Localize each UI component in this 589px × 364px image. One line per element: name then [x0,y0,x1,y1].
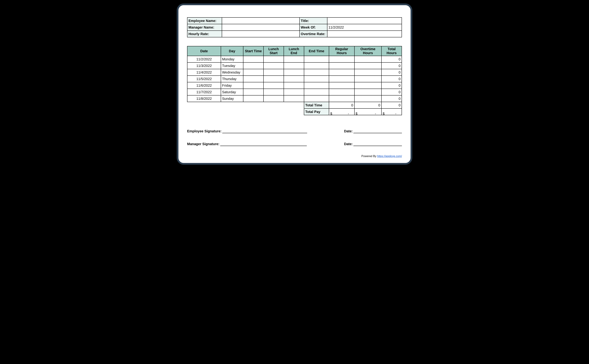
cell-lunch-start[interactable] [263,62,284,69]
col-lunch-end: Lunch End [284,46,304,56]
header-row: Date Day Start Time Lunch Start Lunch En… [187,46,402,56]
cell-reg[interactable] [329,95,354,102]
total-pay-ot: $ - [355,109,382,115]
footer: Powered By https://apploye.com/ [187,155,402,158]
apploye-link[interactable]: https://apploye.com/ [377,155,402,158]
week-of-label: Week Of: [300,24,327,31]
week-of-value[interactable]: 11/2/2022 [327,24,402,31]
cell-date: 11/7/2022 [187,89,221,95]
cell-total: 0 [382,89,402,95]
total-pay-label: Total Pay [304,109,329,115]
cell-ot[interactable] [355,56,382,62]
cell-lunch-end[interactable] [284,95,304,102]
cell-day: Thursday [221,76,243,82]
cell-end[interactable] [304,62,329,69]
cell-total: 0 [382,56,402,62]
cell-lunch-start[interactable] [263,82,284,89]
cell-end[interactable] [304,95,329,102]
manager-date-line[interactable] [353,142,402,146]
cell-end[interactable] [304,69,329,76]
info-table: Employee Name: Title: Manager Name: Week… [187,17,402,37]
manager-signature-row: Manager Signature: Date: [187,142,402,146]
hourly-rate-label: Hourly Rate: [187,31,222,37]
cell-reg[interactable] [329,76,354,82]
cell-end[interactable] [304,56,329,62]
cell-total: 0 [382,62,402,69]
cell-end[interactable] [304,76,329,82]
cell-reg[interactable] [329,62,354,69]
table-row: 11/8/2022 Sunday 0 [187,95,402,102]
cell-lunch-end[interactable] [284,69,304,76]
total-time-label: Total Time [304,102,329,109]
employee-name-label: Employee Name: [187,18,222,24]
col-total-hours: Total Hours [382,46,402,56]
total-time-total: 0 [382,102,402,109]
timesheet-table: Date Day Start Time Lunch Start Lunch En… [187,46,402,115]
cell-lunch-end[interactable] [284,82,304,89]
table-row: 11/5/2022 Thursday 0 [187,76,402,82]
cell-start[interactable] [243,82,263,89]
cell-reg[interactable] [329,89,354,95]
manager-signature-line[interactable] [220,142,307,146]
hourly-rate-value[interactable] [222,31,300,37]
title-label: Title: [300,18,327,24]
cell-ot[interactable] [355,62,382,69]
col-day: Day [221,46,243,56]
cell-start[interactable] [243,76,263,82]
total-pay-reg: $ - [329,109,354,115]
cell-start[interactable] [243,56,263,62]
manager-date-label: Date: [344,142,353,146]
cell-day: Monday [221,56,243,62]
col-end-time: End Time [304,46,329,56]
cell-ot[interactable] [355,89,382,95]
cell-reg[interactable] [329,69,354,76]
cell-total: 0 [382,95,402,102]
employee-signature-row: Employee Signature: Date: [187,129,402,133]
signature-area: Employee Signature: Date: Manager Signat… [187,129,402,146]
employee-signature-label: Employee Signature: [187,129,221,133]
title-value[interactable] [327,18,402,24]
cell-ot[interactable] [355,82,382,89]
cell-day: Wednesday [221,69,243,76]
total-pay-total: $ - [382,109,402,115]
employee-date-label: Date: [344,129,353,133]
cell-ot[interactable] [355,95,382,102]
cell-lunch-end[interactable] [284,89,304,95]
cell-lunch-start[interactable] [263,56,284,62]
overtime-rate-value[interactable] [327,31,402,37]
col-date: Date [187,46,221,56]
cell-lunch-start[interactable] [263,69,284,76]
cell-start[interactable] [243,95,263,102]
cell-reg[interactable] [329,56,354,62]
powered-by-text: Powered By [361,155,377,158]
col-overtime-hours: Overtime Hours [355,46,382,56]
total-pay-row: Total Pay $ - $ - $ - [187,109,402,115]
cell-ot[interactable] [355,69,382,76]
cell-ot[interactable] [355,76,382,82]
cell-lunch-start[interactable] [263,89,284,95]
manager-name-value[interactable] [222,24,300,31]
cell-total: 0 [382,69,402,76]
total-time-reg: 0 [329,102,354,109]
cell-end[interactable] [304,82,329,89]
cell-lunch-end[interactable] [284,62,304,69]
cell-start[interactable] [243,89,263,95]
cell-date: 11/2/2022 [187,56,221,62]
cell-day: Saturday [221,89,243,95]
cell-start[interactable] [243,69,263,76]
cell-lunch-end[interactable] [284,76,304,82]
table-row: 11/2/2022 Monday 0 [187,56,402,62]
employee-signature-line[interactable] [222,129,307,133]
cell-start[interactable] [243,62,263,69]
employee-name-value[interactable] [222,18,300,24]
table-row: 11/3/2022 Tuesday 0 [187,62,402,69]
cell-reg[interactable] [329,82,354,89]
cell-lunch-start[interactable] [263,76,284,82]
total-time-ot: 0 [355,102,382,109]
employee-date-line[interactable] [353,129,402,133]
cell-end[interactable] [304,89,329,95]
overtime-rate-label: Overtime Rate: [300,31,327,37]
cell-date: 11/5/2022 [187,76,221,82]
cell-lunch-end[interactable] [284,56,304,62]
cell-lunch-start[interactable] [263,95,284,102]
